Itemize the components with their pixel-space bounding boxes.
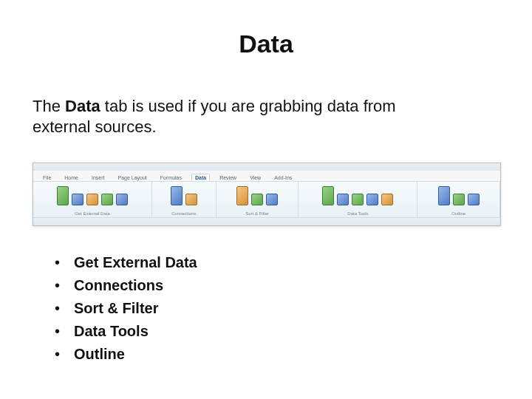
slide: Data The Data tab is used if you are gra… [0,0,532,399]
description: The Data tab is used if you are grabbing… [33,96,446,137]
list-item-label: Connections [74,274,163,297]
bullet-icon: • [55,297,74,320]
ribbon-button-icon [266,194,278,205]
bullet-icon: • [55,320,74,343]
ribbon-tab: Page Layout [114,174,150,181]
ribbon-tabs: FileHomeInsertPage LayoutFormulasDataRev… [33,171,500,181]
ribbon-tab: Add-Ins [270,174,296,181]
bullet-icon: • [55,274,74,297]
ribbon-tab: File [39,174,55,181]
ribbon-footer [33,217,500,225]
ribbon-group: Data Tools [299,182,417,217]
bullet-icon: • [55,251,74,274]
list-item: •Outline [55,343,197,366]
ribbon-button-icon [171,186,183,205]
bullet-list: •Get External Data•Connections•Sort & Fi… [55,251,197,366]
ribbon-group-label: Outline [451,211,466,216]
list-item-label: Get External Data [74,251,197,274]
ribbon-button-icon [101,194,113,205]
ribbon-group-label: Data Tools [347,211,368,216]
ribbon-button-icon [116,194,128,205]
ribbon-button-icon [72,194,83,205]
ribbon-button-icon [251,194,263,205]
ribbon-tab: Formulas [157,174,185,181]
ribbon-button-icon [86,194,98,205]
ribbon-screenshot: FileHomeInsertPage LayoutFormulasDataRev… [33,163,501,226]
ribbon-button-icon [236,186,248,205]
ribbon-group: Outline [417,182,500,217]
ribbon-tab: View [246,174,265,181]
ribbon-tab: Home [61,174,82,181]
ribbon-strip: Get External DataConnectionsSort & Filte… [33,181,500,217]
list-item: •Get External Data [55,251,197,274]
description-pre: The [33,97,61,115]
ribbon-button-icon [337,194,349,205]
ribbon-group: Sort & Filter [216,182,299,217]
bullet-icon: • [55,343,74,366]
list-item: •Data Tools [55,320,197,343]
ribbon-group-label: Get External Data [75,211,110,216]
ribbon-button-icon [438,186,450,205]
ribbon-button-icon [352,194,364,205]
ribbon-button-icon [468,194,480,205]
ribbon-tab: Insert [88,174,109,181]
ribbon-titlebar [33,163,500,171]
description-bold: Data [65,97,100,115]
ribbon-button-icon [453,194,465,205]
ribbon-button-icon [185,194,197,205]
ribbon-button-icon [381,194,393,205]
ribbon-group: Get External Data [33,182,152,217]
list-item: •Connections [55,274,197,297]
ribbon-group-label: Connections [171,211,196,216]
list-item-label: Sort & Filter [74,297,158,320]
list-item-label: Data Tools [74,320,149,343]
ribbon-button-icon [322,186,334,205]
ribbon-group: Connections [152,182,216,217]
list-item: •Sort & Filter [55,297,197,320]
ribbon-tab: Review [216,174,240,181]
page-title: Data [0,30,532,58]
ribbon-group-label: Sort & Filter [245,211,269,216]
ribbon-button-icon [366,194,378,205]
list-item-label: Outline [74,343,125,366]
ribbon-button-icon [57,186,69,205]
ribbon-tab: Data [191,174,210,181]
